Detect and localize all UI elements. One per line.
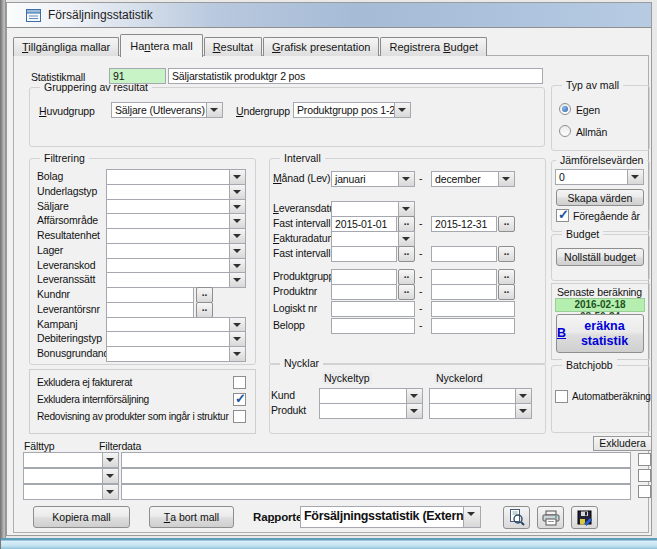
intervall-to-browse-6[interactable]	[498, 284, 515, 300]
dropdown-arrow-icon[interactable]	[515, 389, 531, 403]
intervall-from-input-8[interactable]	[331, 318, 415, 334]
filtrering-browse-button-9[interactable]	[196, 302, 213, 318]
dropdown-arrow-icon[interactable]	[229, 244, 245, 258]
dropdown-arrow-icon[interactable]	[229, 200, 245, 214]
filtrering-row-label: Leveranssätt	[37, 273, 95, 285]
tab-tillgangliga-mallar[interactable]: Tillgängliga mallar	[13, 37, 119, 56]
intervall-to-input-5[interactable]	[431, 269, 497, 285]
intervall-to-combo-0-value: december	[432, 172, 498, 186]
dynamic-rows-layer: BolagUnderlagstypSäljareAffärsområdeResu…	[7, 3, 653, 537]
dropdown-arrow-icon[interactable]	[406, 404, 422, 418]
dropdown-arrow-icon[interactable]	[102, 485, 118, 499]
falttyp-combo-1[interactable]	[23, 468, 119, 484]
range-separator	[419, 217, 422, 229]
filtrering-combo-4[interactable]	[106, 228, 246, 244]
intervall-combo-1[interactable]	[331, 201, 415, 217]
exkludera-item-checkbox-0[interactable]	[233, 376, 246, 389]
tab-resultat[interactable]: Resultat	[204, 37, 262, 56]
nycklar-nyckelord-combo-0-value	[430, 389, 515, 403]
intervall-from-input-4[interactable]	[331, 246, 397, 262]
falttyp-combo-0[interactable]	[23, 452, 119, 468]
filtrering-combo-11[interactable]	[106, 331, 246, 347]
dropdown-arrow-icon[interactable]	[102, 469, 118, 483]
filterdata-input-1[interactable]	[121, 468, 631, 484]
intervall-to-combo-0[interactable]: december	[431, 171, 515, 187]
intervall-to-browse-2[interactable]	[498, 216, 515, 232]
intervall-to-input-8[interactable]	[431, 318, 515, 334]
dropdown-arrow-icon[interactable]	[229, 318, 245, 332]
filterdata-input-2[interactable]	[121, 484, 631, 500]
intervall-to-browse-5[interactable]	[498, 269, 515, 285]
intervall-to-input-2[interactable]: 2015-12-31	[431, 216, 497, 232]
dropdown-arrow-icon[interactable]	[398, 172, 414, 186]
dropdown-arrow-icon[interactable]	[229, 170, 245, 184]
filtrering-row-label: Underlagstyp	[37, 185, 97, 197]
dropdown-arrow-icon[interactable]	[498, 172, 514, 186]
nycklar-nyckeltyp-combo-0[interactable]	[319, 388, 423, 404]
falttyp-combo-2[interactable]	[23, 484, 119, 500]
intervall-combo-1-value	[332, 202, 398, 216]
filtrering-combo-4-value	[107, 229, 229, 243]
filtrering-row-label: Leverantörsnr	[37, 303, 100, 315]
dropdown-arrow-icon[interactable]	[229, 259, 245, 273]
filtrering-combo-1[interactable]	[106, 184, 246, 200]
tab-grafisk-presentation[interactable]: Grafisk presentation	[263, 37, 379, 56]
intervall-from-input-5[interactable]	[331, 269, 397, 285]
exkludera-item-checkbox-2[interactable]	[233, 410, 246, 423]
intervall-row-label: Månad (Lev)	[273, 172, 330, 184]
intervall-from-input-6[interactable]	[331, 284, 397, 300]
intervall-from-browse-5[interactable]	[398, 269, 415, 285]
dropdown-arrow-icon[interactable]	[229, 273, 245, 287]
dropdown-arrow-icon[interactable]	[406, 389, 422, 403]
dropdown-arrow-icon[interactable]	[398, 232, 414, 246]
filtrering-combo-7[interactable]	[106, 272, 246, 288]
dropdown-arrow-icon[interactable]	[398, 202, 414, 216]
filtrering-input-9[interactable]	[106, 302, 194, 318]
intervall-from-input-2[interactable]: 2015-01-01	[331, 216, 397, 232]
dropdown-arrow-icon[interactable]	[229, 347, 245, 361]
dropdown-arrow-icon[interactable]	[229, 185, 245, 199]
exkludera-item-checkbox-1[interactable]	[233, 393, 246, 406]
filterdata-input-0[interactable]	[121, 452, 631, 468]
nycklar-nyckeltyp-combo-1[interactable]	[319, 403, 423, 419]
nycklar-nyckeltyp-combo-1-value	[320, 404, 406, 418]
filtrering-combo-5-value	[107, 244, 229, 258]
filtrering-combo-1-value	[107, 185, 229, 199]
intervall-combo-3[interactable]	[331, 231, 415, 247]
tab-registrera-budget[interactable]: Registrera Budget	[380, 37, 487, 56]
intervall-from-browse-2[interactable]	[398, 216, 415, 232]
nycklar-nyckelord-combo-0[interactable]	[429, 388, 532, 404]
tab-hantera-mall[interactable]: Hantera mall	[120, 34, 202, 57]
exkludera-item-label: Exkludera ej fakturerat	[37, 377, 132, 388]
dropdown-arrow-icon[interactable]	[102, 453, 118, 467]
filtrering-combo-3-value	[107, 214, 229, 228]
intervall-from-combo-0[interactable]: januari	[331, 171, 415, 187]
nycklar-nyckelord-combo-1[interactable]	[429, 403, 532, 419]
filtrering-combo-3[interactable]	[106, 213, 246, 229]
filtrering-combo-6-value	[107, 259, 229, 273]
intervall-to-input-4[interactable]	[431, 246, 497, 262]
filter-exkludera-checkbox-2[interactable]	[638, 485, 651, 498]
range-separator	[419, 319, 422, 331]
filter-exkludera-checkbox-0[interactable]	[638, 453, 651, 466]
dropdown-arrow-icon[interactable]	[229, 214, 245, 228]
range-separator	[419, 172, 422, 184]
filtrering-combo-12[interactable]	[106, 346, 246, 362]
intervall-to-input-7[interactable]	[431, 301, 515, 317]
filter-exkludera-checkbox-1[interactable]	[638, 469, 651, 482]
filtrering-browse-button-8[interactable]	[196, 287, 213, 303]
intervall-to-browse-4[interactable]	[498, 246, 515, 262]
filtrering-row-label: Debiteringstyp	[37, 332, 102, 344]
intervall-row-label: Logiskt nr	[273, 302, 317, 314]
filtrering-input-8[interactable]	[106, 287, 194, 303]
filtrering-combo-5[interactable]	[106, 243, 246, 259]
dropdown-arrow-icon[interactable]	[229, 229, 245, 243]
intervall-from-browse-4[interactable]	[398, 246, 415, 262]
range-separator	[419, 270, 422, 282]
dropdown-arrow-icon[interactable]	[515, 404, 531, 418]
intervall-from-input-7[interactable]	[331, 301, 415, 317]
filtrering-combo-0[interactable]	[106, 169, 246, 185]
dropdown-arrow-icon[interactable]	[229, 332, 245, 346]
intervall-to-input-6[interactable]	[431, 284, 497, 300]
intervall-from-browse-6[interactable]	[398, 284, 415, 300]
